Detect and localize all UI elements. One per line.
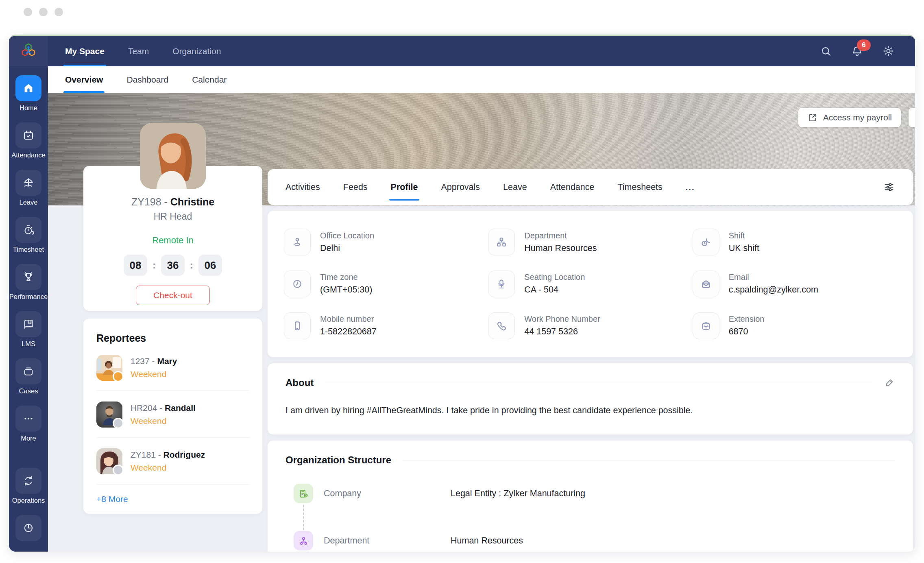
reportee-name: Randall	[165, 403, 196, 412]
timer-minutes: 36	[161, 255, 185, 276]
tab-approvals-label: Approvals	[441, 182, 480, 192]
app-logo[interactable]	[9, 36, 48, 66]
field-label: Office Location	[320, 231, 374, 240]
about-title: About	[285, 377, 314, 388]
reportee-row-mary[interactable]: 1237 - Mary Weekend	[96, 355, 249, 381]
cases-box-icon	[15, 358, 41, 384]
secondary-banner-button[interactable]	[909, 108, 915, 127]
field-label: Shift	[729, 231, 759, 240]
nav-organization[interactable]: Organization	[172, 36, 221, 66]
navbar-actions: 6	[820, 36, 915, 66]
field-value: Delhi	[320, 243, 374, 253]
zoho-people-logo-icon	[19, 41, 38, 61]
subnav-dashboard[interactable]: Dashboard	[126, 66, 168, 93]
sidebar-item-operations[interactable]: Operations	[12, 468, 45, 504]
reportee-separator: -	[156, 450, 163, 459]
main-content: Overview Dashboard Calendar Access my pa…	[48, 66, 915, 552]
phone-handset-icon	[488, 312, 515, 339]
operations-sync-icon	[15, 468, 41, 494]
reportee-separator: -	[157, 403, 165, 412]
employee-role: HR Head	[83, 211, 262, 222]
sidebar-item-attendance[interactable]: Attendance	[11, 122, 45, 159]
tab-timesheets[interactable]: Timesheets	[617, 169, 662, 205]
about-text: I am driven by hiring #AllTheGreatMinds.…	[285, 406, 895, 416]
nav-team-label: Team	[128, 46, 149, 56]
sidebar-label-cases: Cases	[19, 387, 38, 395]
window-minimize-button[interactable]	[39, 8, 48, 16]
field-department: DepartmentHuman Resources	[488, 221, 692, 263]
sidebar-item-home[interactable]: Home	[15, 75, 41, 112]
window-maximize-button[interactable]	[54, 8, 63, 16]
external-link-icon	[807, 112, 818, 123]
field-value: Human Resources	[524, 243, 597, 253]
notifications-bell-icon[interactable]: 6	[851, 45, 863, 57]
check-out-button[interactable]: Check-out	[136, 286, 210, 305]
lms-book-icon	[15, 311, 41, 337]
tab-profile[interactable]: Profile	[391, 169, 418, 205]
field-value: 1-5822820687	[320, 327, 377, 337]
sidebar-label-attendance: Attendance	[11, 151, 45, 159]
field-work-phone: Work Phone Number44 1597 5326	[488, 305, 692, 347]
reportee-row-rodriguez[interactable]: ZY181 - Rodriguez Weekend	[96, 448, 249, 474]
field-value: 44 1597 5326	[524, 327, 600, 337]
search-icon[interactable]	[820, 45, 832, 57]
department-node-icon	[294, 531, 313, 550]
sidebar-item-cases[interactable]: Cases	[15, 358, 41, 395]
reportee-id: ZY181	[131, 450, 156, 459]
subnav-overview[interactable]: Overview	[65, 66, 103, 93]
tabs-overflow-button[interactable]: ...	[686, 183, 695, 192]
sidebar-label-home: Home	[20, 104, 37, 112]
org-structure-title: Organization Structure	[285, 454, 391, 466]
tab-attendance[interactable]: Attendance	[550, 169, 595, 205]
subnav-calendar-label: Calendar	[192, 75, 227, 85]
tab-activities-label: Activities	[285, 182, 320, 192]
subnav-dashboard-label: Dashboard	[126, 75, 168, 85]
window-close-button[interactable]	[24, 8, 32, 16]
company-building-icon	[294, 484, 313, 503]
leave-umbrella-icon	[15, 170, 41, 196]
reportees-more-link[interactable]: +8 More	[96, 494, 249, 504]
field-extension: Extension6870	[693, 305, 897, 347]
nav-team[interactable]: Team	[128, 36, 149, 66]
clock-icon	[284, 271, 311, 297]
org-row-company: Company Legal Entity : Zylker Manufactur…	[285, 484, 895, 503]
sidebar-item-performance[interactable]: Performance	[9, 264, 48, 301]
tab-approvals[interactable]: Approvals	[441, 169, 480, 205]
employee-id: ZY198	[131, 196, 161, 207]
sidebar-item-more[interactable]: More	[15, 406, 41, 442]
profile-tabs-card: Activities Feeds Profile Approvals Leave…	[268, 169, 913, 205]
sidebar-item-timesheet[interactable]: Timesheet	[13, 217, 44, 253]
tab-leave[interactable]: Leave	[503, 169, 527, 205]
reportee-name: Mary	[157, 356, 177, 366]
envelope-icon	[693, 271, 719, 297]
nav-my-space[interactable]: My Space	[65, 36, 105, 66]
tab-activities[interactable]: Activities	[285, 169, 320, 205]
filter-sliders-icon[interactable]	[883, 181, 895, 193]
org-row-label: Department	[324, 536, 451, 546]
notification-count-badge: 6	[857, 39, 871, 51]
sidebar-label-operations: Operations	[12, 497, 45, 504]
sidebar-item-reports[interactable]	[15, 515, 41, 541]
field-mobile-number: Mobile number1-5822820687	[284, 305, 488, 347]
subnav-calendar[interactable]: Calendar	[192, 66, 227, 93]
reportee-name: Rodriguez	[163, 450, 205, 459]
edit-pencil-icon[interactable]	[884, 377, 895, 388]
secondary-nav: Overview Dashboard Calendar	[48, 66, 915, 93]
reportee-row-randall[interactable]: HR204 - Randall Weekend	[96, 402, 249, 428]
reportee-name-line: 1237 - Mary	[131, 356, 177, 366]
tab-feeds[interactable]: Feeds	[343, 169, 368, 205]
reportee-avatar-mary	[96, 355, 122, 381]
sidebar-item-lms[interactable]: LMS	[15, 311, 41, 348]
access-payroll-button[interactable]: Access my payroll	[798, 108, 901, 127]
gear-icon[interactable]	[882, 45, 895, 57]
field-office-location: Office LocationDelhi	[284, 221, 488, 263]
field-label: Work Phone Number	[524, 314, 600, 324]
sidebar-label-timesheet: Timesheet	[13, 246, 44, 253]
sidebar-item-leave[interactable]: Leave	[15, 170, 41, 206]
employee-avatar	[140, 123, 206, 189]
timer-colon: :	[153, 260, 156, 271]
divider	[96, 437, 249, 438]
field-shift: ShiftUK shift	[693, 221, 897, 263]
field-label: Seating Location	[524, 273, 585, 282]
timer-seconds: 06	[198, 255, 222, 276]
